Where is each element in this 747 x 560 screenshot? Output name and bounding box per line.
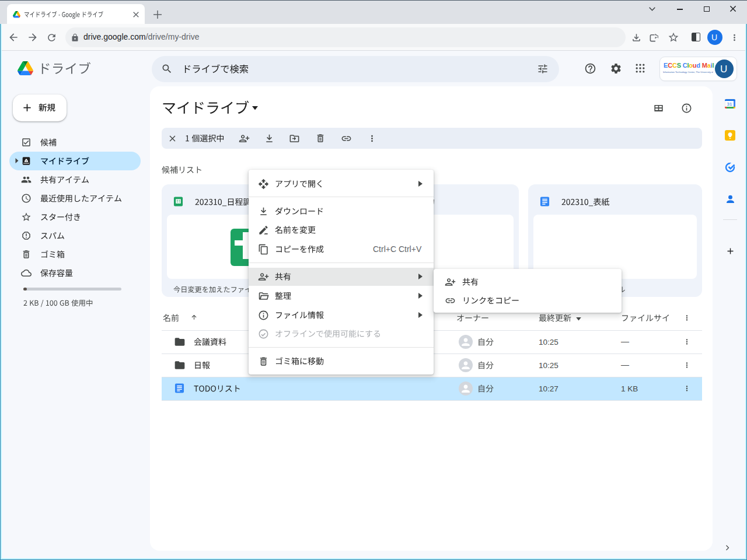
svg-text:31: 31 (727, 102, 732, 107)
